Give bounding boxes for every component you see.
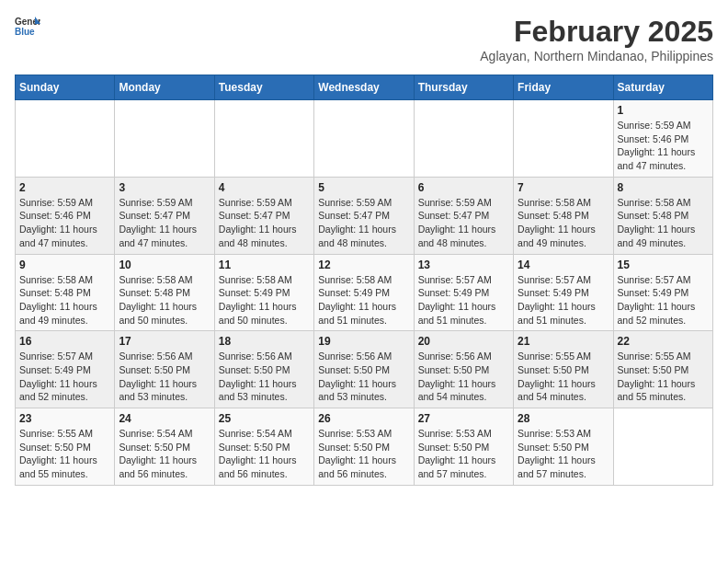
calendar-cell: 16Sunrise: 5:57 AM Sunset: 5:49 PM Dayli… — [16, 331, 115, 408]
day-number: 8 — [618, 181, 709, 194]
day-number: 10 — [119, 259, 210, 271]
day-number: 16 — [19, 335, 110, 348]
calendar-week-row: 9Sunrise: 5:58 AM Sunset: 5:48 PM Daylig… — [16, 254, 713, 331]
calendar-cell: 26Sunrise: 5:53 AM Sunset: 5:50 PM Dayli… — [314, 408, 414, 486]
day-number: 22 — [618, 335, 709, 348]
day-number: 25 — [219, 412, 310, 425]
title-block: February 2025 Aglayan, Northern Mindanao… — [480, 15, 713, 63]
day-number: 24 — [119, 412, 210, 425]
day-number: 3 — [119, 181, 210, 194]
calendar-cell: 15Sunrise: 5:57 AM Sunset: 5:49 PM Dayli… — [613, 254, 712, 331]
calendar-cell: 2Sunrise: 5:59 AM Sunset: 5:46 PM Daylig… — [16, 177, 115, 254]
day-info: Sunrise: 5:59 AM Sunset: 5:47 PM Dayligh… — [318, 196, 409, 250]
day-info: Sunrise: 5:55 AM Sunset: 5:50 PM Dayligh… — [618, 350, 709, 404]
day-number: 18 — [219, 335, 310, 348]
calendar-cell: 25Sunrise: 5:54 AM Sunset: 5:50 PM Dayli… — [214, 408, 313, 486]
calendar-cell: 20Sunrise: 5:56 AM Sunset: 5:50 PM Dayli… — [414, 331, 513, 408]
calendar-cell — [214, 100, 313, 178]
day-number: 14 — [518, 259, 609, 271]
month-year-title: February 2025 — [480, 15, 713, 49]
day-number: 7 — [518, 181, 609, 194]
day-number: 17 — [119, 335, 210, 348]
calendar-week-row: 1Sunrise: 5:59 AM Sunset: 5:46 PM Daylig… — [16, 100, 713, 178]
calendar-cell — [314, 100, 414, 178]
calendar-table: SundayMondayTuesdayWednesdayThursdayFrid… — [15, 75, 713, 486]
calendar-cell: 17Sunrise: 5:56 AM Sunset: 5:50 PM Dayli… — [115, 331, 214, 408]
day-number: 15 — [618, 259, 709, 271]
calendar-cell — [514, 100, 613, 178]
calendar-cell: 6Sunrise: 5:59 AM Sunset: 5:47 PM Daylig… — [414, 177, 513, 254]
day-number: 23 — [19, 412, 110, 425]
page-header: General Blue February 2025 Aglayan, Nort… — [15, 15, 713, 63]
day-info: Sunrise: 5:56 AM Sunset: 5:50 PM Dayligh… — [219, 350, 310, 404]
day-info: Sunrise: 5:57 AM Sunset: 5:49 PM Dayligh… — [518, 273, 609, 327]
weekday-header-sunday: Sunday — [16, 75, 115, 100]
day-info: Sunrise: 5:58 AM Sunset: 5:48 PM Dayligh… — [19, 273, 110, 327]
location-subtitle: Aglayan, Northern Mindanao, Philippines — [480, 49, 713, 63]
calendar-cell: 19Sunrise: 5:56 AM Sunset: 5:50 PM Dayli… — [314, 331, 414, 408]
day-info: Sunrise: 5:56 AM Sunset: 5:50 PM Dayligh… — [119, 350, 210, 404]
calendar-cell: 27Sunrise: 5:53 AM Sunset: 5:50 PM Dayli… — [414, 408, 513, 486]
day-info: Sunrise: 5:59 AM Sunset: 5:46 PM Dayligh… — [19, 196, 110, 250]
calendar-cell: 7Sunrise: 5:58 AM Sunset: 5:48 PM Daylig… — [514, 177, 613, 254]
weekday-header-thursday: Thursday — [414, 75, 513, 100]
calendar-cell: 24Sunrise: 5:54 AM Sunset: 5:50 PM Dayli… — [115, 408, 214, 486]
calendar-cell: 5Sunrise: 5:59 AM Sunset: 5:47 PM Daylig… — [314, 177, 414, 254]
day-number: 1 — [618, 104, 709, 117]
day-info: Sunrise: 5:57 AM Sunset: 5:49 PM Dayligh… — [19, 350, 110, 404]
day-info: Sunrise: 5:58 AM Sunset: 5:49 PM Dayligh… — [219, 273, 310, 327]
day-info: Sunrise: 5:57 AM Sunset: 5:49 PM Dayligh… — [418, 273, 509, 327]
day-info: Sunrise: 5:59 AM Sunset: 5:47 PM Dayligh… — [418, 196, 509, 250]
day-info: Sunrise: 5:53 AM Sunset: 5:50 PM Dayligh… — [318, 427, 409, 481]
calendar-cell — [414, 100, 513, 178]
calendar-week-row: 2Sunrise: 5:59 AM Sunset: 5:46 PM Daylig… — [16, 177, 713, 254]
day-number: 28 — [518, 412, 609, 425]
day-info: Sunrise: 5:58 AM Sunset: 5:48 PM Dayligh… — [119, 273, 210, 327]
day-info: Sunrise: 5:54 AM Sunset: 5:50 PM Dayligh… — [119, 427, 210, 481]
calendar-cell — [115, 100, 214, 178]
day-number: 6 — [418, 181, 509, 194]
logo-icon: General Blue — [15, 15, 40, 37]
day-number: 21 — [518, 335, 609, 348]
day-info: Sunrise: 5:54 AM Sunset: 5:50 PM Dayligh… — [219, 427, 310, 481]
calendar-header: SundayMondayTuesdayWednesdayThursdayFrid… — [16, 75, 713, 100]
day-info: Sunrise: 5:56 AM Sunset: 5:50 PM Dayligh… — [318, 350, 409, 404]
calendar-cell: 13Sunrise: 5:57 AM Sunset: 5:49 PM Dayli… — [414, 254, 513, 331]
day-number: 4 — [219, 181, 310, 194]
calendar-cell: 11Sunrise: 5:58 AM Sunset: 5:49 PM Dayli… — [214, 254, 313, 331]
calendar-cell: 1Sunrise: 5:59 AM Sunset: 5:46 PM Daylig… — [613, 100, 712, 178]
day-info: Sunrise: 5:53 AM Sunset: 5:50 PM Dayligh… — [518, 427, 609, 481]
calendar-cell: 21Sunrise: 5:55 AM Sunset: 5:50 PM Dayli… — [514, 331, 613, 408]
calendar-cell: 23Sunrise: 5:55 AM Sunset: 5:50 PM Dayli… — [16, 408, 115, 486]
logo: General Blue — [15, 15, 40, 37]
svg-text:Blue: Blue — [15, 27, 35, 37]
calendar-cell: 28Sunrise: 5:53 AM Sunset: 5:50 PM Dayli… — [514, 408, 613, 486]
weekday-header-tuesday: Tuesday — [214, 75, 313, 100]
day-number: 19 — [318, 335, 409, 348]
calendar-cell: 9Sunrise: 5:58 AM Sunset: 5:48 PM Daylig… — [16, 254, 115, 331]
day-number: 20 — [418, 335, 509, 348]
day-info: Sunrise: 5:55 AM Sunset: 5:50 PM Dayligh… — [19, 427, 110, 481]
day-info: Sunrise: 5:58 AM Sunset: 5:48 PM Dayligh… — [618, 196, 709, 250]
day-number: 9 — [19, 259, 110, 271]
calendar-cell: 4Sunrise: 5:59 AM Sunset: 5:47 PM Daylig… — [214, 177, 313, 254]
weekday-header-saturday: Saturday — [613, 75, 712, 100]
day-number: 27 — [418, 412, 509, 425]
day-number: 12 — [318, 259, 409, 271]
day-info: Sunrise: 5:55 AM Sunset: 5:50 PM Dayligh… — [518, 350, 609, 404]
calendar-cell — [16, 100, 115, 178]
day-number: 5 — [318, 181, 409, 194]
day-number: 2 — [19, 181, 110, 194]
calendar-week-row: 23Sunrise: 5:55 AM Sunset: 5:50 PM Dayli… — [16, 408, 713, 486]
day-info: Sunrise: 5:53 AM Sunset: 5:50 PM Dayligh… — [418, 427, 509, 481]
weekday-header-monday: Monday — [115, 75, 214, 100]
calendar-cell: 12Sunrise: 5:58 AM Sunset: 5:49 PM Dayli… — [314, 254, 414, 331]
weekday-header-friday: Friday — [514, 75, 613, 100]
calendar-cell: 8Sunrise: 5:58 AM Sunset: 5:48 PM Daylig… — [613, 177, 712, 254]
calendar-cell: 10Sunrise: 5:58 AM Sunset: 5:48 PM Dayli… — [115, 254, 214, 331]
day-info: Sunrise: 5:57 AM Sunset: 5:49 PM Dayligh… — [618, 273, 709, 327]
calendar-cell — [613, 408, 712, 486]
day-info: Sunrise: 5:59 AM Sunset: 5:46 PM Dayligh… — [618, 119, 709, 173]
day-number: 13 — [418, 259, 509, 271]
calendar-cell: 18Sunrise: 5:56 AM Sunset: 5:50 PM Dayli… — [214, 331, 313, 408]
